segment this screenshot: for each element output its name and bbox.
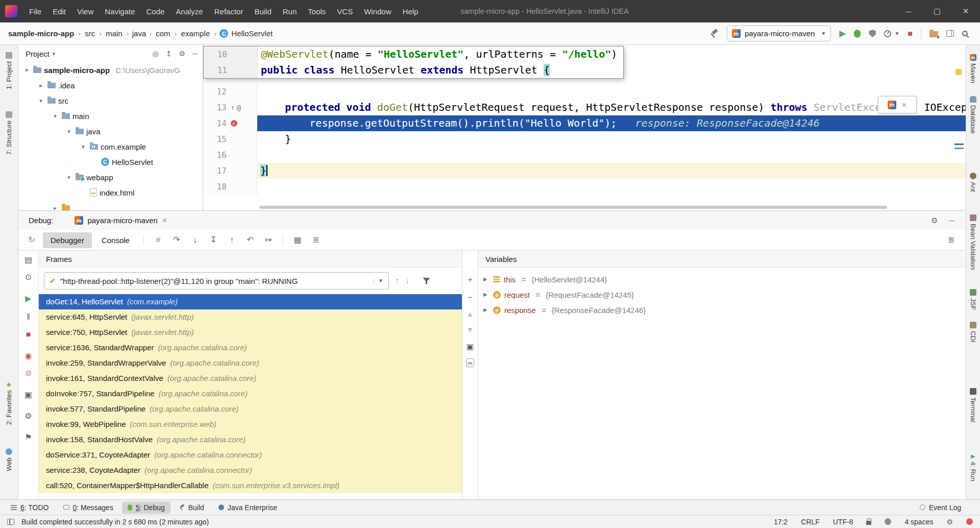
- drop-frame-icon[interactable]: [242, 236, 258, 244]
- move-up-icon[interactable]: [467, 310, 474, 318]
- code-line-13[interactable]: 13 protected void doGet(HttpServletReque…: [203, 100, 966, 115]
- warning-stripe-mark[interactable]: [955, 69, 962, 75]
- tree-item-package[interactable]: com.example: [18, 139, 203, 154]
- gear-icon[interactable]: [931, 217, 938, 224]
- hide-panel-icon[interactable]: [949, 217, 954, 224]
- override-icon[interactable]: [231, 104, 235, 111]
- chevron-down-icon[interactable]: [374, 278, 383, 283]
- breadcrumb-com[interactable]: com: [155, 29, 171, 38]
- mute-breakpoints-icon[interactable]: [25, 369, 32, 377]
- collapse-all-icon[interactable]: [166, 50, 172, 57]
- build-hammer-icon[interactable]: [709, 29, 719, 38]
- hector-inspection-icon[interactable]: [885, 518, 891, 525]
- menu-help[interactable]: Help: [397, 0, 424, 22]
- chevron-right-icon[interactable]: [37, 83, 45, 88]
- code-line-15[interactable]: 15 }: [203, 131, 966, 147]
- tree-item-main[interactable]: main: [18, 108, 203, 124]
- event-log-button[interactable]: Event Log: [914, 501, 967, 514]
- tree-item-java[interactable]: java: [18, 124, 203, 139]
- gear-icon[interactable]: [946, 518, 953, 525]
- code-line-12[interactable]: 12: [203, 84, 966, 100]
- run-button[interactable]: [839, 29, 846, 38]
- tree-item-root[interactable]: sample-micro-app C:\Users\jGauravG: [18, 62, 203, 78]
- horizontal-scrollbar[interactable]: [259, 206, 887, 209]
- toolwindow-switcher-icon[interactable]: [7, 519, 14, 525]
- threads-view-icon[interactable]: [308, 236, 324, 244]
- info-stripe-mark[interactable]: [954, 148, 964, 149]
- view-as-table-icon[interactable]: [289, 236, 306, 244]
- variable-row-request[interactable]: request = {RequestFacade@14245}: [478, 287, 966, 302]
- frame-row[interactable]: doInvoke:757, StandardPipeline(org.apach…: [39, 386, 462, 401]
- layout-settings-icon[interactable]: [948, 236, 954, 244]
- debug-session-tab[interactable]: payara-micro-maven: [75, 216, 167, 225]
- gutter[interactable]: 18: [203, 179, 257, 195]
- frame-row[interactable]: doService:371, CoyoteAdapter(org.apache.…: [39, 447, 462, 463]
- toolwindow-terminal-button[interactable]: Terminal: [966, 388, 980, 422]
- line-ending-indicator[interactable]: CRLF: [801, 518, 820, 526]
- chevron-down-icon[interactable]: [65, 129, 73, 134]
- search-icon[interactable]: [962, 31, 968, 36]
- chevron-right-icon[interactable]: [483, 307, 489, 313]
- code-line-17-caret-line[interactable]: 17 }: [203, 163, 966, 179]
- menu-analyze[interactable]: Analyze: [170, 0, 208, 22]
- breadcrumb-example[interactable]: example: [180, 29, 211, 38]
- toolwindow-structure-button[interactable]: 7: Structure: [0, 111, 18, 155]
- locate-file-icon[interactable]: [153, 50, 159, 57]
- breadcrumb-project[interactable]: sample-micro-app: [7, 29, 75, 38]
- toolwindow-project-button[interactable]: 1: Project: [0, 52, 18, 89]
- toolwindow-web-button[interactable]: Web: [0, 448, 18, 471]
- frame-row[interactable]: doGet:14, HelloServlet(com.example): [39, 294, 462, 309]
- gutter[interactable]: 15: [203, 131, 257, 147]
- profiler-button[interactable]: [884, 30, 899, 37]
- encoding-indicator[interactable]: UTF-8: [833, 518, 853, 526]
- menu-view[interactable]: View: [71, 0, 99, 22]
- open-project-icon[interactable]: [929, 31, 938, 37]
- breadcrumb-java[interactable]: java: [132, 29, 146, 38]
- run-to-cursor-icon[interactable]: [260, 236, 277, 244]
- minimize-button[interactable]: ─: [894, 0, 923, 22]
- info-stripe-mark[interactable]: [954, 143, 964, 145]
- breadcrumb-src[interactable]: src: [84, 29, 96, 38]
- chevron-down-icon[interactable]: [53, 51, 56, 57]
- debug-button[interactable]: [854, 30, 861, 38]
- toolwindow-bean-validation-button[interactable]: Bean Validation: [966, 214, 980, 270]
- messages-button[interactable]: 0: Messages: [58, 501, 119, 514]
- menu-vcs[interactable]: VCS: [331, 0, 358, 22]
- chevron-down-icon[interactable]: [22, 67, 31, 73]
- menu-tools[interactable]: Tools: [302, 0, 331, 22]
- menu-edit[interactable]: Edit: [47, 0, 71, 22]
- gutter[interactable]: 16: [203, 147, 257, 163]
- step-over-icon[interactable]: [168, 236, 185, 244]
- tree-item-index-html[interactable]: index.html: [18, 185, 203, 200]
- code-line-16[interactable]: 16: [203, 147, 966, 163]
- menu-navigate[interactable]: Navigate: [99, 0, 140, 22]
- resume-icon[interactable]: [25, 295, 31, 303]
- code-line-14-execution-point[interactable]: 14 response.getOutputStream().println("H…: [203, 115, 966, 131]
- chevron-down-icon[interactable]: [65, 175, 73, 180]
- add-watch-icon[interactable]: [467, 275, 474, 283]
- stop-button[interactable]: [908, 30, 913, 38]
- gutter[interactable]: 12: [203, 84, 257, 100]
- chevron-down-icon[interactable]: [37, 98, 45, 104]
- toolwindow-cdi-button[interactable]: CDI: [966, 322, 980, 342]
- frame-row[interactable]: service:645, HttpServlet(javax.servlet.h…: [39, 309, 462, 325]
- close-icon[interactable]: [901, 102, 907, 108]
- code-line-18[interactable]: 18: [203, 179, 966, 195]
- previous-frame-icon[interactable]: [395, 277, 399, 285]
- breakpoint-icon[interactable]: [231, 120, 237, 127]
- rerun-icon[interactable]: [22, 236, 41, 244]
- variable-row-this[interactable]: this = {HelloServlet@14244}: [478, 272, 966, 287]
- chevron-down-icon[interactable]: [79, 144, 87, 150]
- todo-button[interactable]: 6: TODO: [5, 501, 55, 514]
- project-panel-title[interactable]: Project: [26, 50, 50, 58]
- chevron-right-icon[interactable]: [483, 292, 489, 297]
- close-icon[interactable]: [162, 217, 167, 224]
- tree-item-class[interactable]: HelloServlet: [18, 154, 203, 170]
- next-frame-icon[interactable]: [405, 277, 409, 285]
- hide-panel-icon[interactable]: [192, 50, 198, 57]
- menu-build[interactable]: Build: [249, 0, 277, 22]
- frame-row[interactable]: invoke:577, StandardPipeline(org.apache.…: [39, 401, 462, 417]
- tab-debugger[interactable]: Debugger: [43, 232, 92, 248]
- thread-select[interactable]: "http-thread-pool::http-listener(2)"@11,…: [44, 272, 389, 290]
- toolwindow-favorites-button[interactable]: 2: Favorites: [0, 381, 18, 425]
